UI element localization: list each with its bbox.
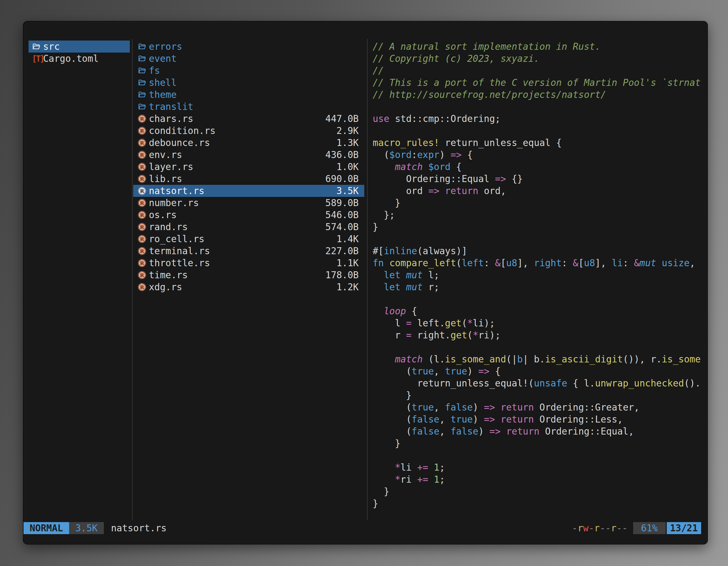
file-row[interactable]: R throttle.rs1.1K xyxy=(133,257,364,269)
rust-file-icon: R xyxy=(138,211,146,219)
rust-file-icon: R xyxy=(138,187,146,195)
file-size: 436.0B xyxy=(325,149,359,160)
dir-row[interactable]: errors xyxy=(133,41,364,53)
file-size: 589.0B xyxy=(325,198,359,208)
svg-text:R: R xyxy=(140,164,144,170)
rust-file-icon: R xyxy=(138,126,146,135)
file-row[interactable]: R layer.rs1.0K xyxy=(133,161,364,173)
current-directory-pane: errors event fs shell theme translit R c… xyxy=(133,41,364,293)
code-line: // Copyright (c) 2023, sxyazi. xyxy=(373,53,706,65)
svg-text:R: R xyxy=(140,224,144,230)
file-name: rand.rs xyxy=(149,222,188,233)
code-line: } xyxy=(373,485,706,497)
svg-text:R: R xyxy=(140,188,144,194)
code-line: } xyxy=(373,389,706,401)
code-line: // This is a port of the C version of Ma… xyxy=(373,77,706,89)
rust-file-icon: R xyxy=(138,175,146,183)
file-name: condition.rs xyxy=(149,125,215,136)
dir-row[interactable]: theme xyxy=(133,89,364,101)
rust-file-icon: R xyxy=(138,139,146,147)
code-line: *li += 1; xyxy=(373,461,706,473)
status-bar: NORMAL 3.5K natsort.rs -rw-r--r-- 61% 13… xyxy=(24,522,707,534)
file-row[interactable]: R chars.rs447.0B xyxy=(133,113,364,125)
code-line: // A natural sort implementation in Rust… xyxy=(373,41,706,53)
pane-divider xyxy=(367,39,368,520)
file-name: os.rs xyxy=(149,210,177,220)
code-line: match (l.is_some_and(|b| b.is_ascii_digi… xyxy=(373,353,706,365)
code-line xyxy=(373,341,706,353)
code-line: r = right.get(*ri); xyxy=(373,329,706,341)
scroll-percent-badge: 61% xyxy=(633,522,666,534)
code-line: // http://sourcefrog.net/projects/natsor… xyxy=(373,89,706,101)
svg-text:R: R xyxy=(140,284,144,290)
file-name: theme xyxy=(149,89,177,100)
file-row[interactable]: R xdg.rs1.2K xyxy=(133,281,364,293)
code-line xyxy=(373,293,706,305)
file-row[interactable]: R env.rs436.0B xyxy=(133,149,364,161)
toml-file-icon: [T] xyxy=(32,54,43,64)
file-row[interactable]: R natsort.rs3.5K xyxy=(133,185,364,197)
file-row[interactable]: R ro_cell.rs1.4K xyxy=(133,233,364,245)
svg-text:R: R xyxy=(140,116,144,122)
code-line: l = left.get(*li); xyxy=(373,317,706,329)
svg-text:R: R xyxy=(140,128,144,134)
file-size: 1.4K xyxy=(337,234,359,245)
file-permissions: -rw-r--r-- xyxy=(572,522,628,534)
file-row[interactable]: R number.rs589.0B xyxy=(133,197,364,209)
folder-icon xyxy=(32,42,41,51)
parent-pane: src[T]Cargo.toml xyxy=(29,41,130,65)
file-name: fs xyxy=(149,65,160,76)
dir-row[interactable]: fs xyxy=(133,65,364,77)
svg-text:R: R xyxy=(140,248,144,254)
code-line: } xyxy=(373,197,706,209)
status-bar-left: NORMAL 3.5K natsort.rs xyxy=(24,522,166,534)
rust-file-icon: R xyxy=(138,235,146,243)
file-row[interactable]: R time.rs178.0B xyxy=(133,269,364,281)
file-name: env.rs xyxy=(149,149,182,160)
svg-text:R: R xyxy=(140,176,144,182)
file-row[interactable]: R condition.rs2.9K xyxy=(133,125,364,137)
file-row[interactable]: [T]Cargo.toml xyxy=(29,53,130,65)
file-name: errors xyxy=(149,41,182,52)
file-row[interactable]: R lib.rs690.0B xyxy=(133,173,364,185)
rust-file-icon: R xyxy=(138,114,146,123)
code-line: ord => return ord, xyxy=(373,185,706,197)
code-line: } xyxy=(373,221,706,233)
file-row[interactable]: R os.rs546.0B xyxy=(133,209,364,221)
code-line: (true, false) => return Ordering::Greate… xyxy=(373,401,706,413)
file-size: 1.3K xyxy=(337,137,359,148)
code-line: }; xyxy=(373,209,706,221)
code-line xyxy=(373,233,706,245)
file-name: translit xyxy=(149,101,193,112)
code-line: ($ord:expr) => { xyxy=(373,149,706,161)
file-row[interactable]: R debounce.rs1.3K xyxy=(133,137,364,149)
svg-text:R: R xyxy=(140,273,144,278)
dir-row[interactable]: src xyxy=(29,41,130,53)
folder-icon xyxy=(138,78,146,87)
dir-row[interactable]: event xyxy=(133,53,364,65)
folder-icon xyxy=(138,66,146,75)
rust-file-icon: R xyxy=(138,271,146,280)
file-name: lib.rs xyxy=(149,173,182,184)
code-line: // xyxy=(373,65,706,77)
file-size: 1.1K xyxy=(337,258,359,269)
svg-text:R: R xyxy=(140,200,144,206)
file-row[interactable]: R rand.rs574.0B xyxy=(133,221,364,233)
rust-file-icon: R xyxy=(138,223,146,231)
folder-icon xyxy=(138,54,146,63)
file-name: time.rs xyxy=(149,270,188,281)
file-size: 447.0B xyxy=(325,113,359,124)
file-size: 178.0B xyxy=(325,270,359,281)
file-name: Cargo.toml xyxy=(43,53,99,64)
rust-file-icon: R xyxy=(138,163,146,171)
folder-icon xyxy=(138,102,146,111)
code-line: (false, true) => return Ordering::Less, xyxy=(373,413,706,425)
code-line: let mut r; xyxy=(373,281,706,293)
dir-row[interactable]: translit xyxy=(133,101,364,113)
file-row[interactable]: R terminal.rs227.0B xyxy=(133,245,364,257)
file-name: ro_cell.rs xyxy=(149,234,205,245)
file-size: 227.0B xyxy=(325,246,359,257)
code-line: (true, true) => { xyxy=(373,365,706,377)
dir-row[interactable]: shell xyxy=(133,77,364,89)
code-line: } xyxy=(373,437,706,449)
